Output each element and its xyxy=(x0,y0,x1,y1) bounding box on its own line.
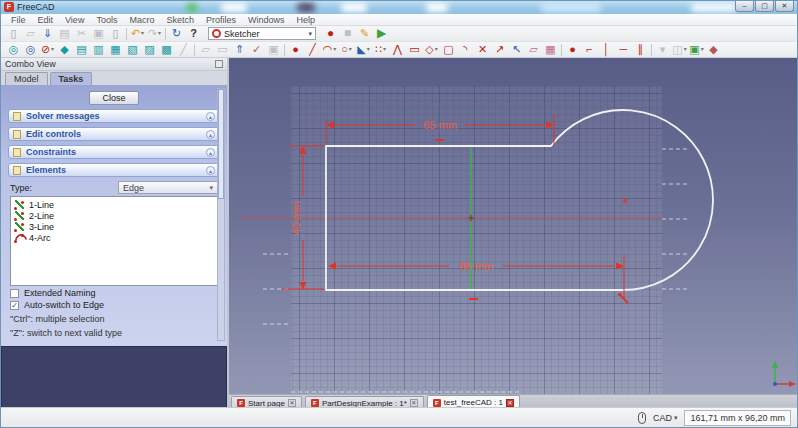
toolbar-overflow-icon[interactable]: ▾ xyxy=(654,42,671,57)
menu-item[interactable]: Help xyxy=(290,15,321,25)
print-icon[interactable]: ▤ xyxy=(56,26,73,41)
task-section-header[interactable]: Solver messages xyxy=(8,109,220,123)
checkbox[interactable] xyxy=(10,289,19,298)
copy-icon[interactable]: ▣ xyxy=(90,26,107,41)
maximize-button[interactable]: ▢ xyxy=(755,1,774,12)
collapse-icon[interactable] xyxy=(206,112,215,121)
validate-sketch-icon[interactable]: ✓ xyxy=(248,42,265,57)
redo-icon[interactable]: ↷ xyxy=(146,26,163,41)
arc-center-point[interactable] xyxy=(623,199,627,203)
whats-this-icon[interactable]: ? xyxy=(185,26,202,41)
paste-icon[interactable]: ▯ xyxy=(107,26,124,41)
view-rear-icon[interactable]: ▧ xyxy=(124,42,141,57)
constraint-parallel-icon[interactable]: ∥ xyxy=(632,42,649,57)
carbon-copy-icon[interactable]: ▱ xyxy=(525,42,542,57)
draw-style-icon[interactable]: ⊘ xyxy=(39,42,56,57)
collapse-icon[interactable] xyxy=(206,130,215,139)
create-conic-icon[interactable]: ◣ xyxy=(355,42,372,57)
menu-item[interactable]: Profiles xyxy=(200,15,242,25)
close-window-button[interactable]: ✕ xyxy=(775,1,794,12)
menu-item[interactable]: Tools xyxy=(90,15,123,25)
measure-distance-icon[interactable]: ╱ xyxy=(175,42,192,57)
scrollbar-thumb[interactable] xyxy=(218,89,224,199)
menu-item[interactable]: File xyxy=(5,15,32,25)
collapse-icon[interactable] xyxy=(206,148,215,157)
navigation-style-selector[interactable]: CAD xyxy=(653,413,678,423)
element-list-item[interactable]: 2-Line xyxy=(14,210,214,221)
sketch-canvas[interactable]: 65 mm 40 mm xyxy=(229,58,798,394)
create-line-icon[interactable]: ╱ xyxy=(304,42,321,57)
create-rectangle-icon[interactable]: ▭ xyxy=(406,42,423,57)
extend-edge-icon[interactable]: ↗ xyxy=(491,42,508,57)
cut-icon[interactable]: ✂ xyxy=(73,26,90,41)
create-bspline-icon[interactable]: ∷ xyxy=(372,42,389,57)
dimension-label-bottom[interactable]: 85 mm xyxy=(459,260,493,272)
map-sketch-icon[interactable]: ▭ xyxy=(214,42,231,57)
menu-item[interactable]: Macro xyxy=(123,15,160,25)
toggle-driving-constraint-icon[interactable]: ▣ xyxy=(688,42,705,57)
reorient-sketch-icon[interactable]: ⇑ xyxy=(231,42,248,57)
scrollbar[interactable] xyxy=(217,88,225,341)
open-document-icon[interactable]: ▱ xyxy=(22,26,39,41)
undo-icon[interactable]: ↶ xyxy=(129,26,146,41)
toggle-construction-icon[interactable]: ▦ xyxy=(542,42,559,57)
constraint-point-on-object-icon[interactable]: ⌐ xyxy=(581,42,598,57)
minimize-button[interactable]: – xyxy=(735,1,754,12)
element-list-item[interactable]: 1-Line xyxy=(14,199,214,210)
menu-item[interactable]: Windows xyxy=(242,15,291,25)
macro-stop-icon[interactable]: ■ xyxy=(339,26,356,41)
fit-all-icon[interactable]: ◎ xyxy=(5,42,22,57)
constraint-symmetric-icon[interactable]: ◫ xyxy=(671,42,688,57)
close-tab-icon[interactable] xyxy=(506,399,514,407)
dimension-label-left[interactable]: 40 mm xyxy=(290,201,302,235)
create-polyline-icon[interactable]: ⋀ xyxy=(389,42,406,57)
constraint-coincident-icon[interactable]: ● xyxy=(564,42,581,57)
view-axonometric-icon[interactable]: ◆ xyxy=(56,42,73,57)
view-right-icon[interactable]: ▦ xyxy=(107,42,124,57)
create-polygon-icon[interactable]: ◇ xyxy=(423,42,440,57)
combo-view-tab[interactable]: Tasks xyxy=(50,72,93,85)
create-point-icon[interactable]: ● xyxy=(287,42,304,57)
view-left-icon[interactable]: ▩ xyxy=(158,42,175,57)
macro-play-icon[interactable]: ▶ xyxy=(373,26,390,41)
create-arc-icon[interactable]: ◠ xyxy=(321,42,338,57)
combo-view-tab[interactable]: Model xyxy=(5,72,48,85)
type-dropdown[interactable]: Edge ▾ xyxy=(118,181,218,194)
zoom-icon[interactable]: ◎ xyxy=(22,42,39,57)
constraint-horizontal-icon[interactable]: ─ xyxy=(615,42,632,57)
view-sketch-icon[interactable]: ▱ xyxy=(197,42,214,57)
3d-viewport[interactable]: 65 mm 40 mm xyxy=(229,58,798,394)
trim-edge-icon[interactable]: ✕ xyxy=(474,42,491,57)
refresh-icon[interactable]: ↻ xyxy=(168,26,185,41)
create-fillet-icon[interactable]: ◝ xyxy=(457,42,474,57)
create-circle-icon[interactable]: ○ xyxy=(338,42,355,57)
element-list-item[interactable]: 4-Arc xyxy=(14,232,214,243)
save-document-icon[interactable]: ⇓ xyxy=(39,26,56,41)
view-front-icon[interactable]: ▤ xyxy=(73,42,90,57)
constraint-vertical-icon[interactable]: │ xyxy=(598,42,615,57)
dimension-label-top[interactable]: 65 mm xyxy=(423,119,457,131)
activate-constraint-icon[interactable]: ◆ xyxy=(705,42,722,57)
macro-record-icon[interactable]: ● xyxy=(322,26,339,41)
task-section-header[interactable]: Edit controls xyxy=(8,127,220,141)
element-list-item[interactable]: 3-Line xyxy=(14,221,214,232)
task-section-header[interactable]: Elements xyxy=(8,163,220,177)
view-bottom-icon[interactable]: ▨ xyxy=(141,42,158,57)
menu-item[interactable]: Sketch xyxy=(160,15,200,25)
view-top-icon[interactable]: ▥ xyxy=(90,42,107,57)
external-geometry-icon[interactable]: ↖ xyxy=(508,42,525,57)
close-task-button[interactable]: Close xyxy=(89,91,139,105)
menu-item[interactable]: Edit xyxy=(32,15,60,25)
new-document-icon[interactable]: ▯ xyxy=(5,26,22,41)
macro-edit-icon[interactable]: ✎ xyxy=(356,26,373,41)
task-section-header[interactable]: Constraints xyxy=(8,145,220,159)
create-slot-icon[interactable]: ▢ xyxy=(440,42,457,57)
workbench-selector[interactable]: Sketcher ▾ xyxy=(208,27,316,40)
menu-item[interactable]: View xyxy=(59,15,90,25)
checkbox[interactable] xyxy=(10,301,19,310)
float-panel-icon[interactable] xyxy=(215,60,223,68)
collapse-icon[interactable] xyxy=(206,166,215,175)
mirror-sketch-icon[interactable]: ▣ xyxy=(265,42,282,57)
close-tab-icon[interactable] xyxy=(410,399,418,407)
close-tab-icon[interactable] xyxy=(288,399,296,407)
